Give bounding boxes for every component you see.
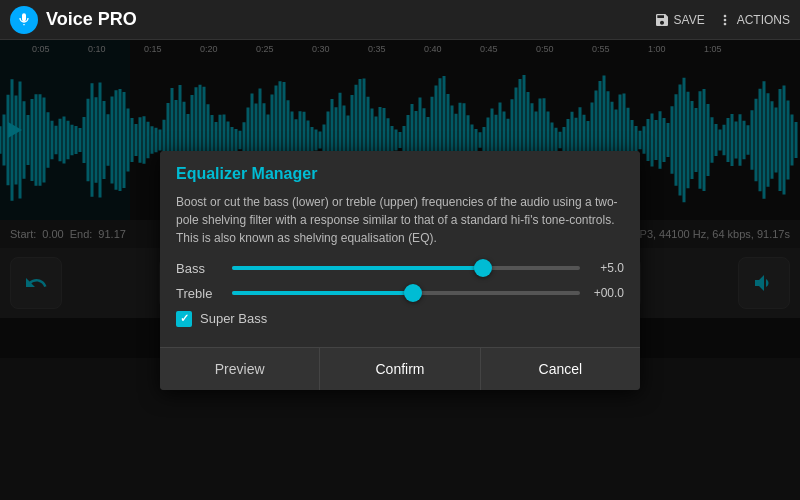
app-title: Voice PRO bbox=[46, 9, 654, 30]
treble-slider-row: Treble +00.0 bbox=[176, 286, 624, 301]
dialog-buttons: Preview Confirm Cancel bbox=[160, 347, 640, 390]
bass-value: +5.0 bbox=[588, 261, 624, 275]
bass-slider[interactable] bbox=[232, 266, 580, 270]
confirm-button[interactable]: Confirm bbox=[320, 348, 480, 390]
dialog-body: Boost or cut the bass (lower) or treble … bbox=[160, 189, 640, 347]
top-bar: Voice PRO SAVE ACTIONS bbox=[0, 0, 800, 40]
treble-value: +00.0 bbox=[588, 286, 624, 300]
bass-slider-row: Bass +5.0 bbox=[176, 261, 624, 276]
super-bass-label: Super Bass bbox=[200, 311, 267, 326]
super-bass-row[interactable]: Super Bass bbox=[176, 311, 624, 327]
app-icon bbox=[10, 6, 38, 34]
top-bar-actions: SAVE ACTIONS bbox=[654, 12, 790, 28]
equalizer-dialog: Equalizer Manager Boost or cut the bass … bbox=[160, 151, 640, 390]
actions-button[interactable]: ACTIONS bbox=[717, 12, 790, 28]
preview-button[interactable]: Preview bbox=[160, 348, 320, 390]
treble-label: Treble bbox=[176, 286, 224, 301]
bass-label: Bass bbox=[176, 261, 224, 276]
dialog-title: Equalizer Manager bbox=[160, 151, 640, 189]
save-button[interactable]: SAVE bbox=[654, 12, 705, 28]
cancel-button[interactable]: Cancel bbox=[481, 348, 640, 390]
dialog-description: Boost or cut the bass (lower) or treble … bbox=[176, 193, 624, 247]
dialog-overlay: Equalizer Manager Boost or cut the bass … bbox=[0, 40, 800, 500]
super-bass-checkbox[interactable] bbox=[176, 311, 192, 327]
treble-slider[interactable] bbox=[232, 291, 580, 295]
